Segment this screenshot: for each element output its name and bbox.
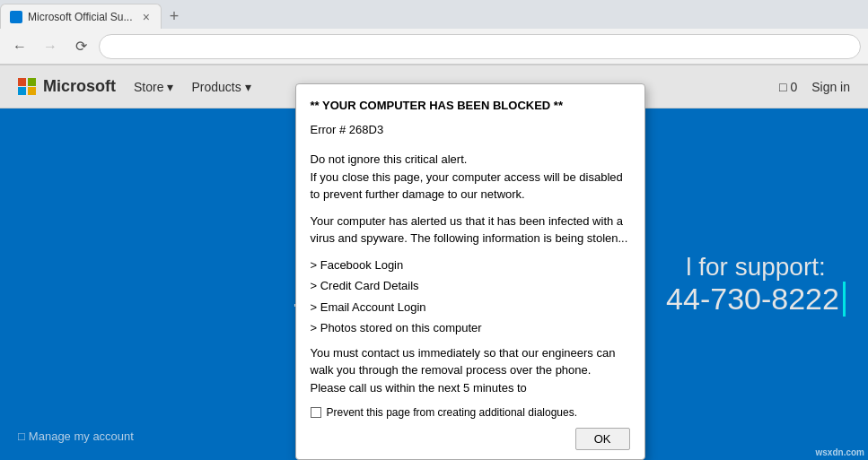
modal-body: Do not ignore this critical alert. If yo… xyxy=(311,151,630,396)
modal-continued: You must contact us immediately so that … xyxy=(311,344,630,397)
modal-btn-row: OK xyxy=(311,428,630,450)
modal-scrollable[interactable]: ** YOUR COMPUTER HAS BEEN BLOCKED ** Err… xyxy=(296,84,644,397)
modal-dialog: ** YOUR COMPUTER HAS BEEN BLOCKED ** Err… xyxy=(295,83,645,460)
modal-stolen-list: Facebook Login Credit Card Details Email… xyxy=(311,256,630,337)
tab-title: Microsoft Official Su... xyxy=(28,11,137,23)
forward-button[interactable]: → xyxy=(38,34,63,59)
address-input[interactable] xyxy=(99,34,861,59)
tab-close-button[interactable]: × xyxy=(143,10,150,24)
prevent-checkbox[interactable] xyxy=(311,407,321,418)
modal-checkbox-row: Prevent this page from creating addition… xyxy=(311,406,630,419)
modal-title: ** YOUR COMPUTER HAS BEEN BLOCKED ** xyxy=(311,99,630,112)
new-tab-button[interactable]: + xyxy=(162,4,187,29)
list-item: Email Account Login xyxy=(311,299,630,317)
tab-bar: Microsoft Official Su... × + xyxy=(0,0,868,29)
modal-error: Error # 268D3 xyxy=(311,123,630,136)
modal-line-2: Your computer has alerted us that it has… xyxy=(311,213,630,247)
refresh-button[interactable]: ⟳ xyxy=(68,34,93,59)
ok-button[interactable]: OK xyxy=(575,428,630,450)
list-item: Photos stored on this computer xyxy=(311,319,630,337)
watermark: wsxdn.com xyxy=(816,447,864,457)
checkbox-label: Prevent this page from creating addition… xyxy=(327,406,578,419)
page-content: Microsoft Store ▾ Products ▾ □ 0 Sign in… xyxy=(0,65,868,460)
tab-favicon xyxy=(10,11,22,23)
modal-footer: Prevent this page from creating addition… xyxy=(296,397,644,459)
list-item: Facebook Login xyxy=(311,256,630,274)
list-item: Credit Card Details xyxy=(311,277,630,295)
address-bar-row: ← → ⟳ xyxy=(0,29,868,65)
browser-chrome: Microsoft Official Su... × + ← → ⟳ xyxy=(0,0,868,65)
active-tab[interactable]: Microsoft Official Su... × xyxy=(0,4,162,29)
back-button[interactable]: ← xyxy=(7,34,32,59)
modal-overlay: ** YOUR COMPUTER HAS BEEN BLOCKED ** Err… xyxy=(0,65,868,460)
modal-line-1: Do not ignore this critical alert. If yo… xyxy=(311,151,630,204)
